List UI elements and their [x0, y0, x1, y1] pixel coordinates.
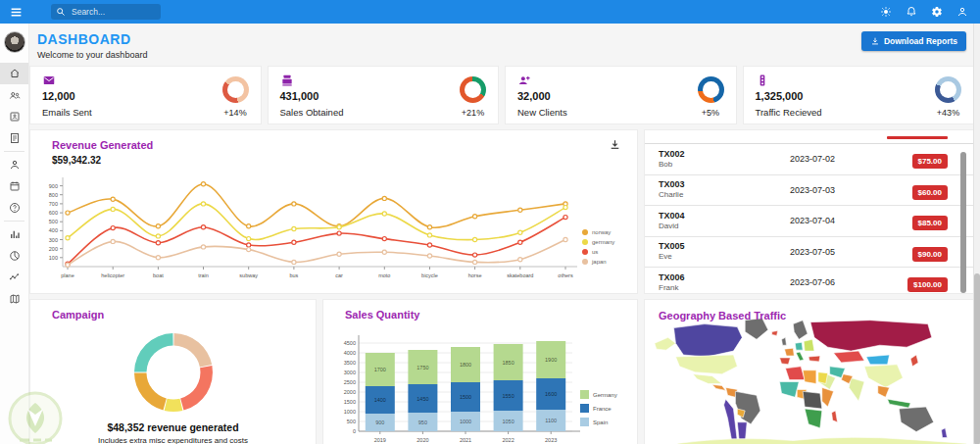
transaction-row: TX002 Bob 2023-07-02 $75.00	[645, 144, 973, 175]
download-chart-button[interactable]	[609, 138, 621, 151]
map-region-peru-chile[interactable]	[724, 399, 738, 441]
map-region-egypt[interactable]	[818, 372, 828, 384]
map-region-west-africa[interactable]	[780, 382, 800, 398]
map-region-alaska[interactable]	[655, 337, 676, 350]
map-region-iceland[interactable]	[772, 330, 778, 335]
person-add-icon	[517, 74, 531, 87]
sidebar-item-pie-chart[interactable]	[0, 245, 28, 267]
map-region-brazil[interactable]	[735, 391, 760, 423]
svg-text:1400: 1400	[374, 397, 386, 403]
map-region-eastern-europe[interactable]	[804, 339, 814, 351]
sidebar-item-faq[interactable]	[0, 197, 28, 219]
sidebar-item-line-chart[interactable]	[0, 267, 28, 288]
svg-text:us: us	[592, 249, 598, 255]
map-region-china[interactable]	[864, 365, 903, 388]
calendar-icon	[9, 180, 21, 192]
map-region-indonesia[interactable]	[888, 399, 911, 408]
sidebar-item-team[interactable]	[0, 84, 28, 106]
map-region-new-zealand[interactable]	[942, 428, 948, 438]
map-region-india[interactable]	[849, 378, 864, 402]
map-region-scandinavia[interactable]	[793, 321, 808, 340]
transactions-scrollbar[interactable]	[960, 152, 966, 293]
map-region-madagascar[interactable]	[832, 411, 838, 422]
page-scrollbar[interactable]	[973, 24, 980, 444]
search-input[interactable]	[70, 6, 156, 18]
map-region-japan[interactable]	[910, 355, 918, 367]
search-box[interactable]	[51, 4, 161, 20]
map-region-uk[interactable]	[782, 337, 787, 345]
settings-icon	[931, 6, 943, 18]
map-region-southeast-asia[interactable]	[878, 385, 890, 397]
map-region-australia[interactable]	[899, 407, 933, 432]
light-mode-button[interactable]	[876, 2, 896, 22]
svg-text:Spain: Spain	[593, 419, 608, 425]
progress-circle	[222, 76, 249, 103]
email-icon	[42, 74, 56, 87]
svg-text:2023: 2023	[545, 437, 557, 443]
map-region-antarctica[interactable]	[677, 437, 966, 444]
transaction-user: Eve	[659, 252, 765, 262]
sidebar-item-dashboard[interactable]	[0, 63, 28, 84]
sidebar	[0, 24, 29, 444]
map-region-italy[interactable]	[796, 352, 804, 361]
svg-text:700: 700	[49, 201, 58, 207]
svg-text:2500: 2500	[344, 379, 356, 385]
svg-text:moto: moto	[378, 272, 390, 278]
main-content: DASHBOARD Welcome to your dashboard Down…	[29, 24, 980, 444]
sidebar-item-profile-form[interactable]	[0, 154, 28, 175]
sidebar-item-bar-chart[interactable]	[0, 223, 28, 245]
map-region-east-africa[interactable]	[822, 387, 834, 407]
notifications-icon	[906, 6, 917, 18]
svg-text:helicopter: helicopter	[101, 272, 124, 278]
sidebar-item-calendar[interactable]	[0, 175, 28, 197]
amount-badge: $60.00	[912, 185, 948, 200]
pie-chart-icon	[9, 250, 21, 262]
transaction-row: TX003 Charlie 2023-07-03 $60.00	[645, 175, 973, 207]
map-region-spain[interactable]	[780, 358, 791, 365]
map-region-libya[interactable]	[803, 370, 816, 384]
map-region-canada[interactable]	[674, 324, 743, 357]
stat-label: Emails Sent	[42, 107, 92, 118]
transaction-id: TX005	[659, 241, 765, 252]
map-region-usa[interactable]	[676, 355, 738, 374]
sidebar-item-geography[interactable]	[0, 288, 28, 310]
map-region-russia[interactable]	[810, 321, 932, 351]
settings-button[interactable]	[927, 2, 947, 22]
sidebar-item-invoices[interactable]	[0, 127, 28, 149]
map-region-north-africa[interactable]	[785, 367, 805, 380]
profile-button[interactable]	[953, 2, 972, 22]
page-scrollbar-thumb[interactable]	[974, 273, 980, 444]
svg-text:1100: 1100	[545, 418, 557, 423]
notifications-button[interactable]	[902, 2, 921, 22]
svg-text:1750: 1750	[416, 365, 428, 370]
menu-button[interactable]	[6, 2, 25, 22]
menu-icon	[10, 6, 23, 19]
revenue-panel: Revenue Generated $59,342.32 10020030040…	[29, 129, 638, 294]
receipt-icon	[9, 132, 21, 144]
page-subtitle: Welcome to your dashboard	[37, 50, 147, 60]
download-icon	[870, 36, 880, 46]
svg-text:300: 300	[49, 237, 58, 243]
map-region-germany[interactable]	[795, 342, 803, 350]
svg-text:1450: 1450	[416, 396, 428, 402]
traffic-icon	[756, 74, 769, 87]
search-icon	[56, 7, 66, 17]
download-reports-button[interactable]: Download Reports	[861, 31, 966, 51]
map-region-france[interactable]	[784, 348, 794, 356]
svg-text:400: 400	[49, 227, 58, 233]
svg-text:100: 100	[49, 255, 58, 261]
map-region-turkey[interactable]	[808, 356, 820, 362]
svg-text:800: 800	[49, 192, 58, 198]
geography-title: Geography Based Traffic	[659, 310, 786, 321]
map-region-central-africa[interactable]	[803, 391, 822, 409]
svg-text:2021: 2021	[460, 437, 471, 443]
svg-text:500: 500	[347, 419, 356, 424]
sidebar-item-contacts[interactable]	[0, 106, 28, 127]
svg-text:2020: 2020	[416, 437, 428, 443]
map-region-central-america[interactable]	[712, 384, 726, 390]
map-region-mongolia[interactable]	[866, 355, 890, 365]
map-region-mexico[interactable]	[693, 374, 721, 384]
user-avatar[interactable]	[4, 31, 25, 53]
map-region-southern-africa[interactable]	[805, 409, 822, 428]
map-region-kazakhstan[interactable]	[834, 351, 864, 363]
